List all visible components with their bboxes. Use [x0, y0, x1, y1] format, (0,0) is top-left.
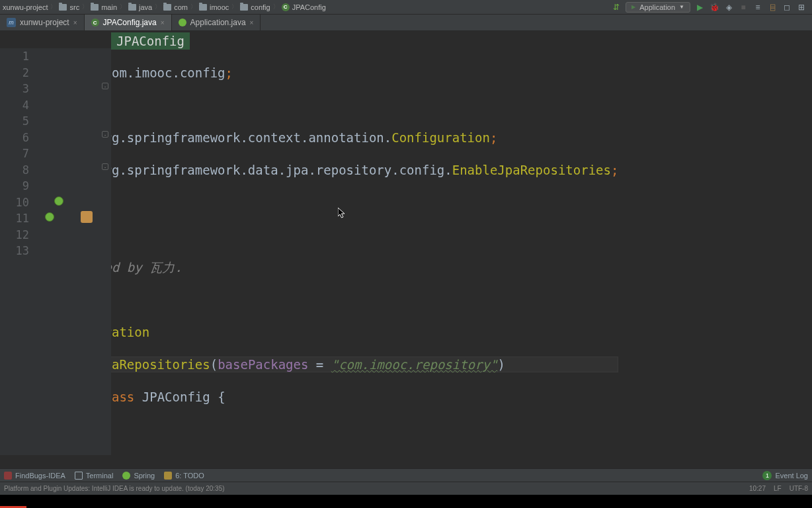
spring-icon: [122, 472, 130, 480]
tool-window-bar: FindBugs-IDEA Terminal Spring 6: TODO 1 …: [0, 468, 812, 482]
vcs-icon[interactable]: ⇵: [611, 2, 622, 13]
tab-label: Application.java: [190, 18, 246, 27]
code-line[interactable]: /**: [44, 227, 618, 243]
fold-toggle-icon[interactable]: -: [102, 83, 108, 89]
close-icon[interactable]: ×: [73, 19, 77, 26]
toolwindow-terminal[interactable]: Terminal: [75, 472, 114, 480]
tab-jpaconfig[interactable]: C JPAConfig.java ×: [85, 15, 172, 30]
line-number: 6: [0, 130, 29, 146]
line-number: 3: [0, 81, 29, 97]
terminal-icon: [75, 472, 83, 480]
code-content[interactable]: package com.imooc.config; import org.spr…: [41, 48, 618, 455]
chevron-down-icon: ▼: [679, 4, 684, 10]
todo-icon: [164, 472, 172, 480]
breadcrumb-src[interactable]: src: [59, 3, 79, 11]
breadcrumb-sep: 〉: [120, 3, 126, 11]
spring-bean-icon[interactable]: [45, 212, 54, 222]
breadcrumbs: xunwu-project 〉 src 〉 main 〉 java 〉 com …: [3, 3, 611, 11]
settings-icon[interactable]: ⊞: [796, 2, 807, 13]
toolbar-icons: ⇵ ▶ Application ▼ ▶ 🐞 ◈ ■ ≡ ⌸ ◻ ⊞: [611, 2, 807, 13]
code-line[interactable]: import org.springframework.context.annot…: [44, 130, 618, 146]
code-line[interactable]: package com.imooc.config;: [44, 65, 618, 81]
breadcrumb-root[interactable]: xunwu-project: [3, 3, 48, 11]
folder-icon: [199, 4, 207, 11]
line-number: 12: [0, 227, 29, 243]
editor-tabs: m xunwu-project × C JPAConfig.java × App…: [0, 15, 812, 31]
fold-toggle-icon[interactable]: -: [102, 131, 108, 138]
class-gutter-icon[interactable]: [81, 211, 93, 223]
code-line[interactable]: public class JPAConfig {: [44, 389, 618, 405]
code-line[interactable]: @Configuration: [44, 324, 618, 341]
project-structure-icon[interactable]: ⌸: [767, 2, 778, 13]
run-config-icon: ▶: [631, 4, 635, 10]
toolwindow-eventlog[interactable]: 1 Event Log: [762, 471, 808, 480]
tab-xunwu-project[interactable]: m xunwu-project ×: [0, 15, 85, 30]
line-number: 7: [0, 146, 29, 162]
tab-label: JPAConfig.java: [103, 18, 157, 27]
line-number-gutter: 1 2 3 4 5 6 7 8 9 10 11 12 13: [0, 48, 41, 455]
breadcrumb-main[interactable]: main: [91, 3, 117, 11]
toolwindow-todo[interactable]: 6: TODO: [164, 472, 204, 480]
tab-application[interactable]: Application.java ×: [172, 15, 261, 30]
debug-button[interactable]: 🐞: [709, 2, 719, 13]
folder-icon: [163, 4, 171, 11]
line-number: 13: [0, 243, 29, 259]
gutter-icons: - - -: [41, 48, 111, 455]
breadcrumb-jpaconfig[interactable]: C JPAConfig: [282, 3, 326, 11]
close-icon[interactable]: ×: [161, 19, 165, 26]
line-number: 1: [0, 48, 29, 65]
bottom-strip: [0, 495, 812, 508]
breadcrumb-imooc[interactable]: imooc: [199, 3, 229, 11]
tab-label: xunwu-project: [20, 18, 69, 27]
breadcrumb-com[interactable]: com: [163, 3, 188, 11]
toolwindow-label: Spring: [134, 472, 155, 480]
coverage-button[interactable]: ◈: [723, 2, 734, 13]
spring-bean-icon[interactable]: [54, 196, 63, 206]
layout-icon[interactable]: ≡: [752, 2, 763, 13]
toolwindow-spring[interactable]: Spring: [122, 472, 155, 480]
breadcrumb-sep: 〉: [82, 3, 88, 11]
spring-icon: [179, 19, 186, 26]
folder-icon: [91, 4, 99, 11]
code-line-current[interactable]: @EnableJpaRepositories(basePackages = "c…: [44, 357, 618, 373]
context-class-label: JPAConfig: [111, 32, 190, 50]
toolwindow-label: Terminal: [86, 472, 114, 480]
cursor-position[interactable]: 10:27: [749, 485, 766, 492]
code-line[interactable]: [44, 194, 618, 211]
code-line[interactable]: }: [44, 421, 618, 438]
line-number: 10: [0, 194, 29, 211]
maximize-icon[interactable]: ◻: [782, 2, 792, 13]
breadcrumb-sep: 〉: [273, 3, 279, 11]
breadcrumb-bar: xunwu-project 〉 src 〉 main 〉 java 〉 com …: [0, 0, 812, 15]
code-line[interactable]: * Created by 瓦力.: [44, 259, 618, 276]
folder-icon: [240, 4, 248, 11]
file-encoding[interactable]: UTF-8: [790, 485, 808, 492]
fold-toggle-icon[interactable]: -: [102, 163, 108, 170]
breadcrumb-sep: 〉: [190, 3, 196, 11]
code-line[interactable]: [44, 97, 618, 114]
code-line[interactable]: */: [44, 292, 618, 308]
run-button[interactable]: ▶: [694, 2, 705, 13]
findbugs-icon: [4, 472, 12, 480]
line-number: 11: [0, 210, 29, 227]
folder-icon: [59, 4, 67, 11]
code-line[interactable]: import org.springframework.data.jpa.repo…: [44, 162, 618, 179]
module-icon: m: [7, 18, 16, 27]
stop-button[interactable]: ■: [738, 2, 749, 13]
line-number: 2: [0, 65, 29, 81]
breadcrumb-config[interactable]: config: [240, 3, 270, 11]
line-number: 4: [0, 97, 29, 114]
event-log-badge: 1: [762, 471, 772, 480]
toolwindow-findbugs[interactable]: FindBugs-IDEA: [4, 472, 65, 480]
code-editor[interactable]: JPAConfig 1 2 3 4 5 6 7 8 9 10 11 12 13 …: [0, 31, 812, 455]
breadcrumb-sep: 〉: [50, 3, 56, 11]
toolwindow-label: Event Log: [775, 472, 808, 480]
line-separator[interactable]: LF: [774, 485, 782, 492]
line-number: 5: [0, 113, 29, 130]
breadcrumb-java[interactable]: java: [128, 3, 152, 11]
close-icon[interactable]: ×: [250, 19, 254, 26]
run-config-dropdown[interactable]: ▶ Application ▼: [626, 2, 690, 13]
code-line[interactable]: [44, 454, 618, 470]
breadcrumb-sep: 〉: [231, 3, 237, 11]
folder-icon: [128, 4, 136, 11]
